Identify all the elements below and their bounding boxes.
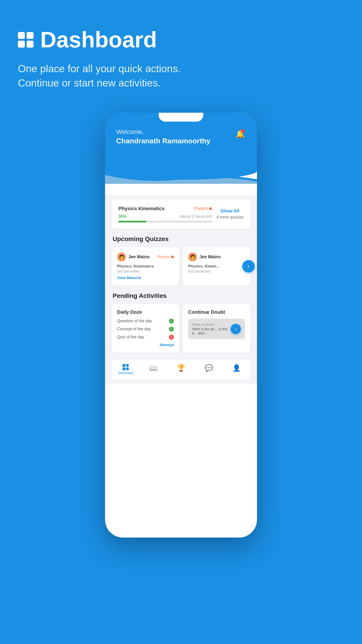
- tag-dot: [209, 207, 212, 210]
- daily-doze-card: Daily Doze Question of the day ✓ Concept…: [112, 304, 179, 353]
- continue-doubt-card[interactable]: Continue Doubt Name of person Here is th…: [183, 304, 250, 353]
- phone-content: Physics Kinematics Physics 30% About 2 h…: [105, 195, 257, 384]
- quiz-card-1[interactable]: 🧑 Jee Mains Physics Physics, Kinematics …: [112, 247, 179, 286]
- notification-badge: [241, 129, 245, 133]
- progress-bar-fill: [118, 221, 146, 222]
- quiz-card-subject-1: Physics, Kinematics: [117, 264, 174, 268]
- nav-chat[interactable]: 💬: [200, 364, 218, 375]
- page-header: Dashboard One place for all your quick a…: [0, 0, 362, 104]
- phone-mockup: Welcome, Chandranath Ramamoorthy 🔔: [0, 104, 362, 556]
- phone-notch: [159, 113, 203, 122]
- doze-item-1: Question of the day ✓: [117, 319, 174, 324]
- show-all-column: Show All 4 more quizzes: [216, 208, 244, 220]
- check-green-2: ✓: [169, 327, 174, 332]
- trophy-icon: 🏆: [177, 364, 185, 372]
- quiz-card-2[interactable]: 🧑 Jee Mains Physics, Kinem... 3rd Decemb…: [183, 247, 250, 286]
- show-all-button[interactable]: Show All: [216, 208, 244, 214]
- daily-doze-title: Daily Doze: [117, 309, 174, 315]
- continue-doubt-button[interactable]: ›: [231, 324, 241, 334]
- nav-trophy[interactable]: 🏆: [172, 364, 190, 375]
- quiz-tag: Physics: [194, 206, 212, 211]
- dashboard-icon: [18, 32, 33, 48]
- doze-label-2: Concept of the day: [117, 327, 151, 332]
- view-material-button[interactable]: View Material: [117, 276, 141, 280]
- progress-bar-bg: [118, 221, 212, 222]
- quiz-info: Physics Kinematics Physics 30% About 2 h…: [118, 206, 212, 222]
- nav-profile[interactable]: 👤: [228, 364, 245, 375]
- nav-dashboard[interactable]: Dashboard: [117, 364, 134, 375]
- quiz-card-subject-2: Physics, Kinem...: [188, 264, 245, 268]
- quiz-card-date-1: 3rd December: [117, 270, 174, 274]
- dashboard-nav-icon: [122, 364, 129, 370]
- page-title: Dashboard: [40, 27, 157, 52]
- check-green-1: ✓: [169, 319, 174, 324]
- header-subtitle: One place for all your quick actions. Co…: [18, 62, 344, 90]
- nav-lessons[interactable]: 📖: [144, 364, 162, 375]
- quiz-card-date-2: 3rd December: [188, 270, 245, 274]
- notification-bell[interactable]: 🔔: [235, 128, 246, 140]
- progress-percent: 30%: [118, 214, 126, 219]
- quiz-name: Physics Kinematics: [118, 206, 165, 212]
- upcoming-quizzes-title: Upcoming Quizzes: [112, 236, 250, 242]
- chevron-right-icon: ›: [248, 263, 249, 270]
- doze-label-1: Question of the day: [117, 319, 152, 323]
- doze-item-2: Concept of the day ✓: [117, 327, 174, 332]
- quiz-cards-row: 🧑 Jee Mains Physics Physics, Kinematics …: [112, 247, 250, 286]
- quiz-avatar-1: 🧑: [117, 252, 126, 262]
- person-icon: 👤: [232, 364, 241, 372]
- attempt-button[interactable]: Attempt: [117, 343, 174, 347]
- pending-cards-row: Daily Doze Question of the day ✓ Concept…: [112, 304, 250, 353]
- book-icon: 📖: [149, 364, 158, 372]
- next-quiz-button[interactable]: ›: [242, 260, 255, 272]
- quiz-card-title-1: Jee Mains: [128, 254, 150, 260]
- doze-label-3: Quiz of the day: [117, 335, 144, 340]
- time-left: About 2 hours left: [180, 214, 212, 219]
- doubt-message: Here is the do... ry the p... and...: [192, 327, 228, 335]
- quiz-avatar-2: 🧑: [188, 252, 197, 262]
- chevron-right-doubt-icon: ›: [235, 326, 237, 332]
- continue-doubt-title: Continue Doubt: [188, 309, 245, 315]
- doubt-sender: Name of person: [192, 323, 228, 326]
- chat-icon: 💬: [205, 364, 213, 372]
- doubt-bubble: Name of person Here is the do... ry the …: [188, 319, 245, 339]
- check-red-3: ✕: [169, 335, 174, 340]
- quiz-card-tag-1: Physics: [158, 255, 174, 259]
- welcome-text: Welcome,: [116, 128, 246, 136]
- doze-item-3: Quiz of the day ✕: [117, 335, 174, 340]
- pending-activities-title: Pending Activities: [112, 292, 250, 300]
- more-quizzes-count: 4 more quizzes: [216, 215, 244, 219]
- nav-dashboard-label: Dashboard: [118, 371, 133, 375]
- quiz-progress-card: Physics Kinematics Physics 30% About 2 h…: [112, 200, 250, 229]
- quiz-card-title-2: Jee Mains: [199, 254, 221, 260]
- user-name: Chandranath Ramamoorthy: [116, 137, 246, 145]
- bottom-nav: Dashboard 📖 🏆 💬 👤: [112, 359, 250, 379]
